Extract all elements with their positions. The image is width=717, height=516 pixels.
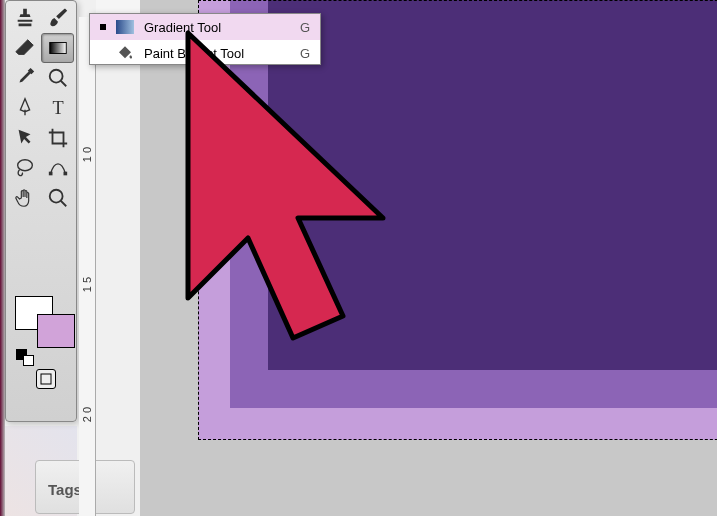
ruler-tick: 2 0 xyxy=(81,407,93,422)
bucket-icon xyxy=(116,44,134,62)
svg-point-1 xyxy=(49,70,62,83)
path-tool[interactable] xyxy=(41,153,74,183)
flyout-item-paint-bucket[interactable]: Paint Bucket Tool G xyxy=(90,40,320,66)
flyout-shortcut: G xyxy=(300,20,310,35)
screen-mode-row xyxy=(36,369,56,389)
ruler-tick: 1 5 xyxy=(81,277,93,292)
flyout-selected-indicator xyxy=(100,24,106,30)
eraser-tool[interactable] xyxy=(8,33,41,63)
artwork[interactable] xyxy=(198,0,717,440)
toolbox-panel: T xyxy=(5,0,77,422)
gradient-icon xyxy=(116,18,134,36)
svg-rect-8 xyxy=(116,20,134,34)
flyout-label: Gradient Tool xyxy=(144,20,290,35)
pen-tool[interactable] xyxy=(8,93,41,123)
swap-colors[interactable] xyxy=(23,355,34,366)
eyedropper-tool[interactable] xyxy=(8,63,41,93)
ruler-tick: 1 0 xyxy=(81,147,93,162)
zoom-tool[interactable] xyxy=(41,63,74,93)
type-tool[interactable]: T xyxy=(41,93,74,123)
gradient-tool[interactable] xyxy=(41,33,74,63)
stroke-swatch[interactable] xyxy=(37,314,75,348)
magnify-tool[interactable] xyxy=(41,183,74,213)
brush-tool[interactable] xyxy=(41,3,74,33)
selection-tool[interactable] xyxy=(8,123,41,153)
svg-rect-7 xyxy=(41,374,51,384)
lasso-tool[interactable] xyxy=(8,153,41,183)
artwork-layer-3 xyxy=(268,0,717,370)
flyout-label: Paint Bucket Tool xyxy=(144,46,290,61)
svg-rect-0 xyxy=(49,43,66,54)
tags-label: Tags xyxy=(48,481,82,498)
hand-tool[interactable] xyxy=(8,183,41,213)
crop-tool[interactable] xyxy=(41,123,74,153)
screen-mode-standard[interactable] xyxy=(36,369,56,389)
svg-point-6 xyxy=(49,190,62,203)
stamp-tool[interactable] xyxy=(8,3,41,33)
svg-point-3 xyxy=(17,160,32,171)
svg-rect-4 xyxy=(48,172,52,176)
ruler-vertical: 1 0 1 5 2 0 xyxy=(79,17,96,516)
svg-rect-5 xyxy=(63,172,67,176)
flyout-shortcut: G xyxy=(300,46,310,61)
tool-flyout-menu: Gradient Tool G Paint Bucket Tool G xyxy=(89,13,321,65)
flyout-item-gradient[interactable]: Gradient Tool G xyxy=(90,14,320,40)
svg-text:T: T xyxy=(52,98,63,118)
